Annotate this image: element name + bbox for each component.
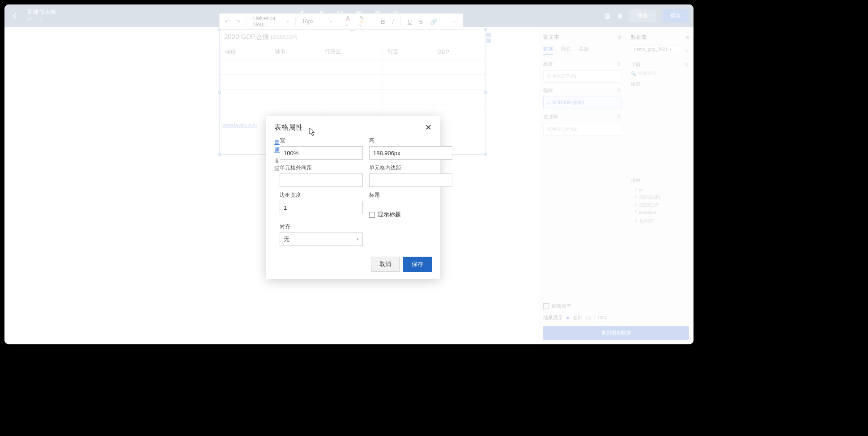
close-icon[interactable]: ✕: [425, 123, 432, 132]
height-label: 高: [369, 137, 452, 144]
show-caption-label: 显示标题: [378, 211, 401, 219]
table-properties-modal: 表格属性 ✕ 普通 高级 宽 高 单元格外间距: [266, 116, 440, 279]
cancel-button[interactable]: 取消: [371, 257, 400, 272]
caption-label: 标题: [369, 191, 452, 199]
height-input[interactable]: [369, 146, 452, 160]
align-select[interactable]: 无 ▾: [280, 233, 363, 246]
modal-nav-general[interactable]: 普通: [274, 139, 280, 154]
border-width-label: 边框宽度: [280, 191, 363, 199]
modal-nav: 普通 高级: [274, 137, 280, 246]
align-label: 对齐: [280, 223, 363, 231]
width-input[interactable]: [280, 146, 363, 160]
modal-save-button[interactable]: 保存: [403, 257, 432, 272]
modal-title: 表格属性: [274, 123, 303, 132]
width-label: 宽: [280, 137, 363, 144]
cell-spacing-input[interactable]: [280, 174, 363, 187]
modal-nav-advanced[interactable]: 高级: [274, 157, 280, 173]
modal-form: 宽 高 单元格外间距 单元格内边距 边框宽度: [280, 137, 452, 246]
show-caption-checkbox[interactable]: [369, 212, 375, 218]
align-value: 无: [284, 235, 289, 243]
cell-spacing-label: 单元格外间距: [280, 164, 363, 172]
cell-padding-input[interactable]: [369, 174, 452, 187]
border-width-input[interactable]: [280, 201, 363, 214]
chevron-down-icon: ▾: [357, 237, 359, 241]
cell-padding-label: 单元格内边距: [369, 164, 452, 172]
